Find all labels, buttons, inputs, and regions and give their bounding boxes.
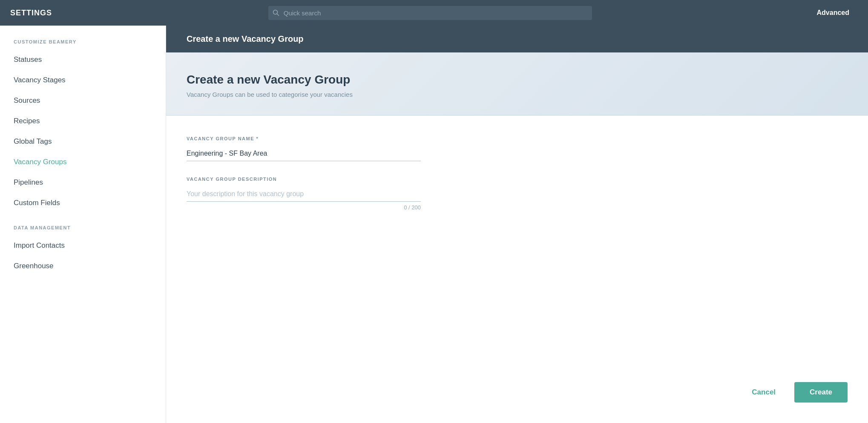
content-header-title: Create a new Vacancy Group	[187, 34, 848, 44]
advanced-button[interactable]: Advanced	[808, 6, 858, 20]
sidebar-item-recipes[interactable]: Recipes	[0, 111, 166, 131]
sidebar-item-statuses[interactable]: Statuses	[0, 49, 166, 70]
sidebar-item-greenhouse[interactable]: Greenhouse	[0, 256, 166, 276]
content-header: Create a new Vacancy Group	[166, 26, 868, 52]
sidebar-section-data: DATA MANAGEMENT	[0, 225, 166, 235]
search-input[interactable]	[268, 6, 592, 20]
vacancy-group-description-input[interactable]	[187, 187, 421, 202]
sidebar-item-vacancy-stages[interactable]: Vacancy Stages	[0, 70, 166, 90]
vacancy-group-name-input[interactable]	[187, 146, 421, 161]
main-layout: CUSTOMIZE BEAMERY Statuses Vacancy Stage…	[0, 26, 868, 423]
form-title: Create a new Vacancy Group	[187, 73, 848, 87]
description-label: VACANCY GROUP DESCRIPTION	[187, 177, 848, 182]
form-footer: Cancel Create	[166, 382, 868, 423]
sidebar: CUSTOMIZE BEAMERY Statuses Vacancy Stage…	[0, 26, 166, 423]
sidebar-item-vacancy-groups[interactable]: Vacancy Groups	[0, 152, 166, 172]
name-field: VACANCY GROUP NAME *	[187, 136, 848, 161]
form-card: Create a new Vacancy Group Vacancy Group…	[166, 52, 868, 423]
form-body: VACANCY GROUP NAME * VACANCY GROUP DESCR…	[166, 116, 868, 382]
sidebar-section-customize: CUSTOMIZE BEAMERY	[0, 39, 166, 49]
search-field-container	[268, 6, 592, 20]
cancel-button[interactable]: Cancel	[743, 383, 784, 402]
sidebar-item-custom-fields[interactable]: Custom Fields	[0, 193, 166, 213]
char-count: 0 / 200	[187, 204, 421, 211]
create-button[interactable]: Create	[794, 382, 848, 403]
top-nav: SETTINGS Advanced	[0, 0, 868, 26]
main-content: Create a new Vacancy Group Create a new …	[166, 26, 868, 423]
sidebar-item-sources[interactable]: Sources	[0, 90, 166, 111]
sidebar-spacer	[0, 213, 166, 225]
sidebar-item-pipelines[interactable]: Pipelines	[0, 172, 166, 193]
form-subtitle: Vacancy Groups can be used to categorise…	[187, 91, 848, 98]
search-wrapper	[52, 6, 808, 20]
sidebar-item-import-contacts[interactable]: Import Contacts	[0, 235, 166, 256]
app-title: SETTINGS	[10, 9, 52, 17]
sidebar-item-global-tags[interactable]: Global Tags	[0, 131, 166, 152]
description-field: VACANCY GROUP DESCRIPTION 0 / 200	[187, 177, 848, 211]
form-header: Create a new Vacancy Group Vacancy Group…	[166, 52, 868, 116]
name-label: VACANCY GROUP NAME *	[187, 136, 848, 141]
